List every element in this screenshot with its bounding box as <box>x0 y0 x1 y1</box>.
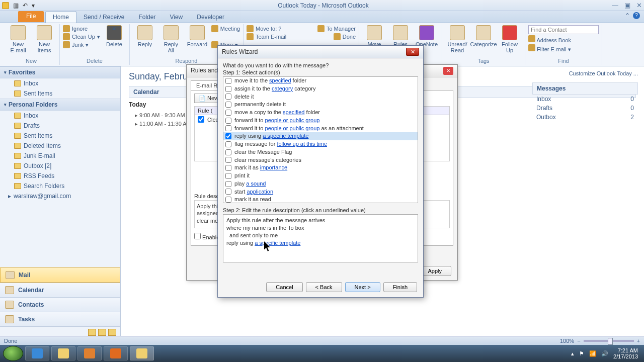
new-email-button[interactable]: New E-mail <box>6 25 30 53</box>
tab-file[interactable]: File <box>18 11 44 22</box>
action-checkbox[interactable] <box>225 197 231 203</box>
reply-all-button[interactable]: Reply All <box>159 25 183 53</box>
maximize-button[interactable]: ▣ <box>624 2 630 9</box>
action-checkbox[interactable] <box>225 133 231 139</box>
tab-send-receive[interactable]: Send / Receive <box>76 12 131 23</box>
actions-list[interactable]: move it to the specified folderassign it… <box>223 76 418 203</box>
tray-clock[interactable]: 7:21 AM2/17/2013 <box>613 347 638 359</box>
tray-volume-icon[interactable]: 🔊 <box>601 350 608 357</box>
action-row[interactable]: clear the Message Flag <box>223 148 418 156</box>
action-checkbox[interactable] <box>225 157 231 163</box>
move-button[interactable]: Move <box>362 25 386 47</box>
back-button[interactable]: < Back <box>306 282 342 292</box>
action-row[interactable]: move a copy to the specified folder <box>223 109 418 117</box>
action-link[interactable]: a sound <box>246 180 266 187</box>
action-checkbox[interactable] <box>225 141 231 147</box>
action-checkbox[interactable] <box>225 189 231 195</box>
tray-network-icon[interactable]: 📶 <box>589 350 596 357</box>
ignore-button[interactable]: Ignore <box>63 25 100 32</box>
nav-contacts-button[interactable]: Contacts <box>0 297 120 312</box>
nav-folder-item[interactable]: Sent Items <box>0 131 120 141</box>
minimize-button[interactable]: ― <box>612 2 618 9</box>
nav-fav-item[interactable]: Sent Items <box>0 88 120 99</box>
nav-account[interactable]: ▸ warslraw@gmail.com <box>0 191 120 201</box>
taskbar-ie[interactable] <box>25 346 49 360</box>
customize-link[interactable]: Customize Outlook Today ... <box>532 70 638 76</box>
action-checkbox[interactable] <box>225 165 231 171</box>
action-link[interactable]: people or public group <box>265 117 320 123</box>
tray-flag-icon[interactable]: ⚑ <box>579 350 584 357</box>
reply-button[interactable]: Reply <box>133 25 157 47</box>
filter-email-button[interactable]: Filter E-mail ▾ <box>528 44 599 53</box>
tab-developer[interactable]: Developer <box>190 12 231 23</box>
action-link[interactable]: specified <box>283 109 304 115</box>
action-checkbox[interactable] <box>225 173 231 179</box>
ribbon-minimize-icon[interactable]: ⌃ <box>625 12 630 19</box>
qat-undo-icon[interactable]: ↶ <box>23 2 28 9</box>
action-row[interactable]: mark it as read <box>223 196 418 203</box>
action-link[interactable]: follow up at this time <box>277 141 327 147</box>
action-row[interactable]: start application <box>223 188 418 196</box>
tab-folder[interactable]: Folder <box>131 12 163 23</box>
action-row[interactable]: print it <box>223 172 418 180</box>
enable-rules-checkbox[interactable]: Enable <box>194 233 219 240</box>
action-row[interactable]: forward it to people or public group <box>223 117 418 125</box>
taskbar-explorer[interactable] <box>51 346 75 360</box>
zoom-in[interactable]: + <box>637 338 640 344</box>
cleanup-button[interactable]: Clean Up ▾ <box>63 33 100 40</box>
quickstep-moveto[interactable]: Move to: ?To Manager <box>247 25 356 32</box>
new-items-button[interactable]: New Items <box>32 25 56 53</box>
nav-fav-item[interactable]: Inbox <box>0 78 120 88</box>
action-row[interactable]: clear message's categories <box>223 156 418 164</box>
rules-button[interactable]: Rules <box>388 25 413 47</box>
tab-view[interactable]: View <box>163 12 190 23</box>
nav-tasks-button[interactable]: Tasks <box>0 312 120 326</box>
zoom-out[interactable]: − <box>577 338 580 344</box>
help-icon[interactable]: ? <box>633 12 640 19</box>
template-link[interactable]: a specific template <box>255 240 300 246</box>
address-book-button[interactable]: Address Book <box>528 35 599 43</box>
action-row[interactable]: permanently delete it <box>223 101 418 109</box>
quickstep-team[interactable]: Team E-mailDone <box>247 33 356 40</box>
nav-folder-item[interactable]: Search Folders <box>0 181 120 191</box>
action-checkbox[interactable] <box>225 181 231 187</box>
followup-button[interactable]: Follow Up <box>498 25 522 53</box>
action-link[interactable]: application <box>247 189 273 195</box>
notes-icon[interactable] <box>88 329 96 336</box>
action-row[interactable]: play a sound <box>223 180 418 188</box>
message-count-row[interactable]: Outbox2 <box>532 113 638 122</box>
taskbar-firefox[interactable] <box>104 346 128 360</box>
forward-button[interactable]: Forward <box>185 25 209 47</box>
onenote-button[interactable]: OneNote <box>415 25 439 47</box>
unread-button[interactable]: Unread/ Read <box>445 25 469 53</box>
find-contact-input[interactable] <box>528 25 599 34</box>
tab-home[interactable]: Home <box>45 11 76 23</box>
delete-button[interactable]: ✕Delete <box>102 25 126 47</box>
meeting-button[interactable]: Meeting <box>211 25 240 32</box>
nav-folder-item[interactable]: Inbox <box>0 111 120 121</box>
action-row[interactable]: delete it <box>223 93 418 101</box>
start-button[interactable] <box>3 346 23 361</box>
finish-button[interactable]: Finish <box>383 282 417 292</box>
cancel-button[interactable]: Cancel <box>266 282 302 292</box>
action-row[interactable]: mark it as importance <box>223 164 418 172</box>
action-link[interactable]: people or public group <box>265 125 320 131</box>
categorize-button[interactable]: Categorize <box>471 25 496 47</box>
nav-calendar-button[interactable]: Calendar <box>0 283 120 297</box>
zoom-slider[interactable] <box>584 340 634 342</box>
action-checkbox[interactable] <box>225 118 231 124</box>
nav-folder-item[interactable]: RSS Feeds <box>0 171 120 181</box>
message-count-row[interactable]: Drafts0 <box>532 104 638 113</box>
action-row[interactable]: reply using a specific template <box>223 132 418 140</box>
nav-folder-item[interactable]: Outbox [2] <box>0 161 120 171</box>
next-button[interactable]: Next > <box>345 282 380 292</box>
nav-folder-item[interactable]: Drafts <box>0 121 120 131</box>
wizard-close-button[interactable]: ✕ <box>406 48 419 56</box>
action-link[interactable]: a specific template <box>263 133 308 139</box>
message-count-row[interactable]: Inbox0 <box>532 95 638 104</box>
nav-favorites-header[interactable]: Favorites <box>0 66 120 78</box>
action-checkbox[interactable] <box>225 125 231 131</box>
nav-personal-header[interactable]: Personal Folders <box>0 99 120 111</box>
action-checkbox[interactable] <box>225 86 231 92</box>
action-checkbox[interactable] <box>225 78 231 84</box>
